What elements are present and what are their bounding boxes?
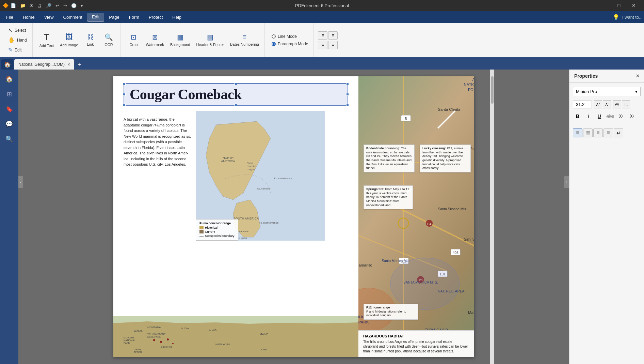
hazardous-title: HAZARDOUS HABITAT <box>363 334 469 338</box>
vertical-scrollbar[interactable] <box>490 70 494 364</box>
left-collapse-arrow[interactable]: ‹ <box>18 176 23 188</box>
redo-icon[interactable]: ↪ <box>63 3 67 8</box>
font-size-down-button[interactable]: A- <box>603 100 611 108</box>
handle-bottom-right[interactable] <box>346 104 349 106</box>
bates-numbering-button[interactable]: ≡ Bates Numbering <box>227 31 262 49</box>
handle-bottom-left[interactable] <box>123 104 126 106</box>
undo-icon[interactable]: ↩ <box>55 3 59 8</box>
tab-bar: 🏠 National.Geograp...COM) × + <box>0 57 644 70</box>
home-tab[interactable]: 🏠 <box>1 59 14 70</box>
watermark-button[interactable]: ⊠ Watermark <box>143 31 167 49</box>
line-mode-radio[interactable] <box>272 34 276 39</box>
align-top-btn[interactable]: ≡ <box>318 41 327 49</box>
align-left-panel-button[interactable]: ≡ <box>573 128 582 137</box>
sidebar-home-button[interactable]: 🏠 <box>2 72 16 86</box>
select-label: Select <box>15 28 26 33</box>
add-text-button[interactable]: T Add Text <box>37 30 57 50</box>
add-image-button[interactable]: 🖼 Add Image <box>57 31 81 49</box>
justify-panel-button[interactable]: ≡ <box>603 128 613 137</box>
menu-view[interactable]: View <box>39 13 59 21</box>
sidebar-search-button[interactable]: 🔍 <box>2 132 16 146</box>
sidebar-comment-button[interactable]: 💬 <box>2 117 16 131</box>
font-size-up-button[interactable]: A+ <box>594 100 602 108</box>
sidebar-thumbnail-button[interactable]: ⊞ <box>2 87 16 101</box>
close-button[interactable]: ✕ <box>626 0 641 11</box>
page-content: Cougar Comeback A big cat with a vast ra… <box>113 76 474 357</box>
strikethrough-button[interactable]: abc <box>606 112 615 121</box>
link-button[interactable]: ⛓ Link <box>82 31 99 49</box>
menu-form[interactable]: Form <box>124 13 144 21</box>
hand-tool[interactable]: ✋ Hand <box>5 36 30 44</box>
crop-button[interactable]: ⊡ Crop <box>125 31 143 49</box>
file-icon[interactable]: 📄 <box>11 3 16 8</box>
menu-home[interactable]: Home <box>18 13 39 21</box>
letter-spacing-button[interactable]: AV <box>613 100 621 108</box>
header-footer-button[interactable]: ▤ Header & Footer <box>194 31 227 49</box>
t-spacing-icon: T↕ <box>624 102 628 106</box>
italic-button[interactable]: I <box>584 112 593 121</box>
edit-tool[interactable]: ✎ Edit <box>5 46 30 54</box>
svg-text:NATIONAL: NATIONAL <box>464 82 474 87</box>
customize-icon[interactable]: ▾ <box>81 3 83 8</box>
legend-historical: Historical <box>199 226 235 229</box>
select-tool[interactable]: ↖ Select <box>5 26 30 34</box>
body-text: A big cat with a vast range, the adaptab… <box>124 117 192 241</box>
watermark-icon: ⊠ <box>152 33 158 41</box>
preview-icon[interactable]: 🔎 <box>46 3 51 8</box>
edit-label: Edit <box>15 48 22 52</box>
minimize-button[interactable]: — <box>596 0 611 11</box>
tab-close-button[interactable]: × <box>67 62 70 67</box>
i-want-to[interactable]: 💡 I want to... <box>613 14 643 20</box>
paragraph-mode-radio[interactable] <box>272 42 276 46</box>
line-spacing-button[interactable]: T↕ <box>622 100 630 108</box>
title-text-box[interactable]: Cougar Comeback <box>124 83 348 106</box>
ocr-button[interactable]: 🔍 OCR <box>100 31 118 49</box>
handle-top-middle[interactable] <box>235 82 237 85</box>
email-icon[interactable]: ✉ <box>30 3 33 8</box>
handle-middle-left[interactable] <box>123 93 126 96</box>
tab-filename: National.Geograp...COM) <box>18 62 65 67</box>
menu-help[interactable]: Help <box>167 13 186 21</box>
font-size-buttons: A+ A- <box>594 100 611 108</box>
superscript-button[interactable]: X1 <box>616 112 626 121</box>
align-left-btn[interactable]: ≡ <box>318 31 327 40</box>
align-right-panel-button[interactable]: ≡ <box>593 128 603 137</box>
i-want-to-label[interactable]: I want to... <box>622 15 643 20</box>
underline-button[interactable]: U <box>595 112 604 121</box>
handle-middle-right[interactable] <box>346 93 349 96</box>
font-size-input[interactable]: 31.2 <box>573 101 592 108</box>
format-buttons-row: B I U abc X1 X1 <box>573 112 641 121</box>
new-tab-button[interactable]: + <box>75 60 84 70</box>
font-family-dropdown[interactable]: Minion Pro ▾ <box>573 87 641 96</box>
menu-comment[interactable]: Comment <box>59 13 87 21</box>
right-collapse-arrow[interactable]: › <box>564 176 569 188</box>
sidebar-bookmark-button[interactable]: 🔖 <box>2 102 16 116</box>
print-icon[interactable]: 🖨 <box>37 3 42 8</box>
folder-icon[interactable]: 📁 <box>20 3 26 8</box>
indent-panel-button[interactable]: ↵ <box>614 128 623 137</box>
align-center-panel-button[interactable]: ≣ <box>583 128 593 137</box>
menu-page[interactable]: Page <box>104 13 124 21</box>
handle-top-right[interactable] <box>346 82 349 85</box>
background-button[interactable]: ▦ Background <box>167 31 193 49</box>
properties-close-button[interactable]: × <box>636 73 639 79</box>
svg-text:Simi Valley: Simi Valley <box>464 237 474 241</box>
subscript-button[interactable]: X1 <box>627 112 637 121</box>
paragraph-mode-item[interactable]: Paragraph Mode <box>272 42 308 46</box>
p12-home-range-annotation: P12 home range P and M designations refe… <box>364 304 418 320</box>
handle-bottom-middle[interactable] <box>235 104 237 106</box>
scroll-thumb[interactable] <box>491 76 494 104</box>
document-tab[interactable]: National.Geograp...COM) × <box>14 59 74 70</box>
hand-label: Hand <box>17 38 27 43</box>
bold-button[interactable]: B <box>573 112 582 121</box>
menu-file[interactable]: File <box>1 13 18 21</box>
maximize-button[interactable]: □ <box>611 0 626 11</box>
legend-title: Puma concolor range <box>199 222 235 225</box>
history-icon[interactable]: 🕐 <box>71 3 77 8</box>
line-mode-item[interactable]: Line Mode <box>272 34 308 39</box>
align-right-btn[interactable]: ≡ <box>328 31 338 40</box>
menu-edit[interactable]: Edit <box>87 13 104 21</box>
align-bottom-btn[interactable]: ≡ <box>328 41 338 49</box>
handle-top-left[interactable] <box>123 82 126 85</box>
menu-protect[interactable]: Protect <box>144 13 167 21</box>
